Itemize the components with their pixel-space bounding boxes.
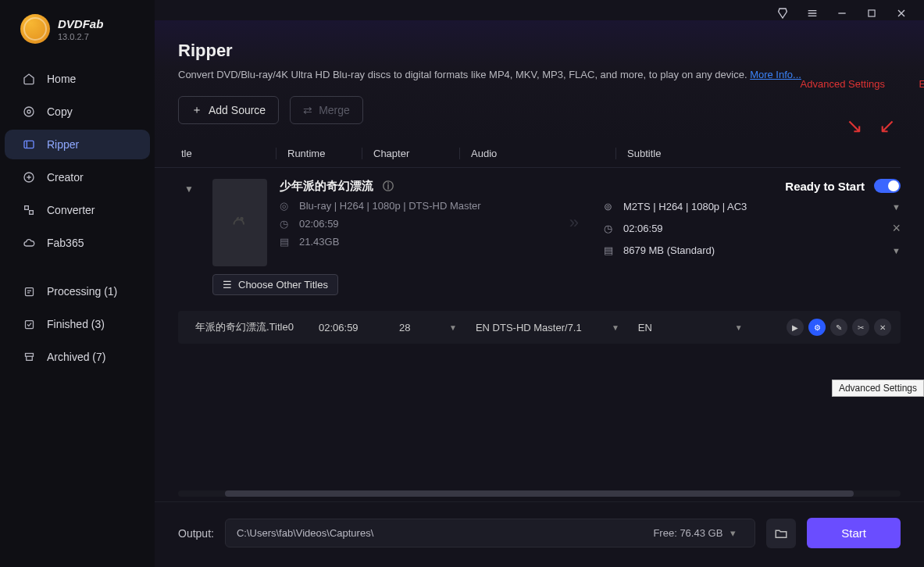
finished-icon: [22, 317, 36, 331]
ready-toggle[interactable]: [874, 179, 901, 193]
sidebar-item-processing[interactable]: Processing (1): [5, 276, 150, 306]
subtitle-dropdown[interactable]: ▼: [730, 323, 747, 332]
home-icon: [22, 72, 36, 86]
theme-icon[interactable]: [776, 6, 790, 20]
tooltip: Advanced Settings: [832, 380, 924, 397]
col-audio: Audio: [459, 148, 615, 159]
ready-label: Ready to Start: [785, 180, 865, 193]
ripper-icon: [22, 137, 36, 152]
col-subtitle: Subtitle: [615, 148, 760, 159]
expand-toggle[interactable]: ▼: [178, 179, 200, 266]
horizontal-scrollbar[interactable]: [178, 490, 901, 497]
thumbnail: [212, 179, 267, 266]
svg-rect-2: [24, 141, 34, 148]
subrow-runtime: 02:06:59: [311, 322, 385, 333]
sidebar-item-finished[interactable]: Finished (3): [5, 309, 150, 339]
svg-rect-7: [25, 320, 33, 328]
delete-button[interactable]: ✕: [874, 319, 891, 336]
clock-icon: ◷: [604, 223, 615, 234]
merge-button[interactable]: ⇄ Merge: [290, 96, 363, 124]
source-size: 21.43GB: [299, 236, 339, 248]
sidebar-item-label: Converter: [47, 204, 95, 216]
start-button[interactable]: Start: [807, 518, 901, 548]
col-chapter: Chapter: [362, 148, 459, 159]
subrow-subtitle: EN: [630, 322, 724, 333]
play-button[interactable]: ▶: [787, 319, 804, 336]
choose-other-titles-button[interactable]: ☰ Choose Other Titles: [212, 274, 338, 295]
sidebar-item-copy[interactable]: Copy: [5, 97, 150, 127]
menu-icon[interactable]: [805, 6, 819, 20]
chapter-dropdown[interactable]: ▼: [444, 323, 462, 332]
logo-icon: [20, 14, 50, 44]
item-title: 少年派的奇幻漂流: [280, 179, 373, 194]
subrow-chapter: 28: [391, 322, 438, 333]
plus-icon: ＋: [191, 103, 202, 117]
sidebar-item-creator[interactable]: Creator: [5, 162, 150, 192]
sidebar-item-label: Home: [47, 73, 76, 85]
clock-icon: ◷: [280, 218, 291, 230]
cloud-icon: [22, 236, 36, 250]
processing-icon: [22, 284, 36, 298]
copy-icon: [22, 105, 36, 119]
output-path-field[interactable]: C:\Users\fab\Videos\Captures\ Free: 76.4…: [225, 519, 755, 547]
maximize-icon[interactable]: [865, 6, 879, 20]
browse-folder-button[interactable]: [766, 519, 796, 548]
add-source-button[interactable]: ＋ Add Source: [178, 96, 279, 124]
svg-point-0: [24, 107, 34, 116]
output-runtime: 02:06:59: [623, 223, 663, 234]
close-icon[interactable]: [894, 6, 908, 20]
crop-button[interactable]: ✂: [852, 319, 869, 336]
merge-icon: ⇄: [303, 104, 312, 116]
source-format: Blu-ray | H264 | 1080p | DTS-HD Master: [299, 200, 481, 212]
svg-point-10: [241, 218, 243, 220]
remove-item-button[interactable]: ×: [892, 220, 901, 237]
path-dropdown[interactable]: ▾: [722, 527, 744, 539]
arrow-right-icon: »: [557, 212, 591, 233]
more-info-link[interactable]: More Info...: [750, 69, 801, 80]
converter-icon: [22, 203, 36, 217]
subrow-title: 年派的奇幻漂流.Title0: [187, 320, 305, 334]
archive-icon: [22, 350, 36, 364]
storage-icon: ▤: [280, 236, 291, 248]
audio-dropdown[interactable]: ▼: [607, 323, 624, 332]
sidebar: DVDFab 13.0.2.7 Home Copy Ripper Creator: [0, 0, 155, 567]
sidebar-item-label: Copy: [47, 105, 73, 118]
edit-button[interactable]: ✎: [830, 319, 847, 336]
sidebar-item-label: Processing (1): [47, 285, 117, 298]
sidebar-item-label: Ripper: [47, 138, 79, 151]
table-header: tle Runtime Chapter Audio Subtitle: [155, 140, 901, 168]
sidebar-item-archived[interactable]: Archived (7): [5, 342, 150, 372]
sidebar-item-home[interactable]: Home: [5, 64, 150, 94]
source-runtime: 02:06:59: [299, 218, 339, 230]
page-title: Ripper: [178, 41, 901, 61]
output-size: 8679 MB (Standard): [623, 244, 715, 256]
free-space: Free: 76.43 GB: [653, 527, 722, 539]
page-subtitle: Convert DVD/Blu-ray/4K Ultra HD Blu-ray …: [178, 69, 901, 80]
brand-name: DVDFab: [58, 17, 103, 30]
svg-rect-8: [25, 353, 33, 356]
sidebar-item-fab365[interactable]: Fab365: [5, 228, 150, 258]
storage-icon: ▤: [604, 244, 615, 256]
sidebar-item-label: Finished (3): [47, 318, 105, 330]
size-dropdown[interactable]: ▼: [892, 246, 901, 255]
sidebar-item-ripper[interactable]: Ripper: [5, 130, 150, 159]
info-icon[interactable]: ⓘ: [383, 180, 394, 194]
format-icon: ⊚: [604, 201, 615, 212]
output-format: M2TS | H264 | 1080p | AC3: [623, 201, 747, 212]
main-panel: Ripper Convert DVD/Blu-ray/4K Ultra HD B…: [155, 0, 924, 567]
minimize-icon[interactable]: [835, 6, 849, 20]
advanced-settings-button[interactable]: ⚙: [808, 319, 826, 336]
source-item: ▼ 少年派的奇幻漂流 ⓘ ◎Blu-ray | H264 | 1080p | D…: [178, 179, 901, 295]
footer-bar: Output: C:\Users\fab\Videos\Captures\ Fr…: [155, 501, 924, 567]
output-path: C:\Users\fab\Videos\Captures\: [237, 527, 373, 539]
sidebar-item-label: Creator: [47, 171, 84, 184]
list-icon: ☰: [223, 279, 232, 291]
svg-rect-4: [25, 206, 29, 210]
svg-rect-9: [869, 10, 875, 16]
svg-rect-6: [25, 287, 33, 295]
format-dropdown[interactable]: ▼: [892, 202, 901, 212]
sidebar-item-converter[interactable]: Converter: [5, 195, 150, 225]
col-runtime: Runtime: [276, 148, 362, 159]
output-label: Output:: [178, 527, 214, 540]
disc-icon: ◎: [280, 200, 291, 212]
